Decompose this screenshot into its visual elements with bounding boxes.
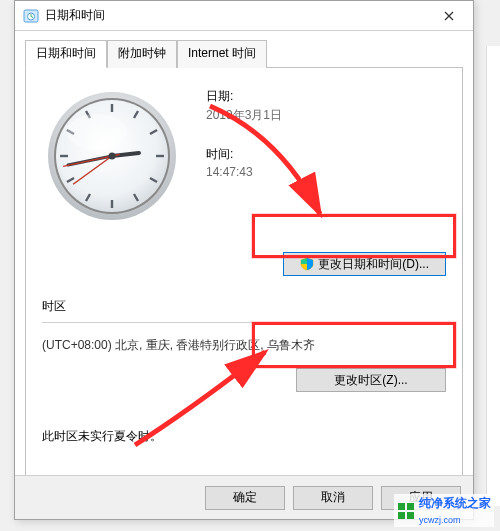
tab-date-time[interactable]: 日期和时间 <box>25 40 107 68</box>
watermark-icon <box>397 502 415 520</box>
dialog-title: 日期和时间 <box>45 7 429 24</box>
tab-internet-time[interactable]: Internet 时间 <box>177 40 267 68</box>
svg-rect-31 <box>407 512 414 519</box>
change-timezone-button[interactable]: 更改时区(Z)... <box>296 368 446 392</box>
close-button[interactable] <box>429 4 469 28</box>
cancel-button[interactable]: 取消 <box>293 486 373 510</box>
timezone-value: (UTC+08:00) 北京, 重庆, 香港特别行政区, 乌鲁木齐 <box>42 337 446 354</box>
tab-panel-date-time: 日期: 2019年3月1日 时间: 14:47:43 更改日期和时间(D)... <box>25 68 463 498</box>
change-date-time-label: 更改日期和时间(D)... <box>318 256 429 273</box>
svg-rect-30 <box>398 512 405 519</box>
svg-rect-29 <box>407 503 414 510</box>
tab-additional-clocks[interactable]: 附加时钟 <box>107 40 177 68</box>
ok-button[interactable]: 确定 <box>205 486 285 510</box>
titlebar: 日期和时间 <box>15 1 473 31</box>
svg-point-26 <box>109 153 116 160</box>
date-value: 2019年3月1日 <box>206 107 446 124</box>
date-time-info: 日期: 2019年3月1日 时间: 14:47:43 <box>182 86 446 226</box>
watermark-brand: 纯净系统之家 <box>419 496 491 510</box>
date-label: 日期: <box>206 88 446 105</box>
time-value: 14:47:43 <box>206 165 446 179</box>
divider <box>42 322 446 323</box>
svg-rect-28 <box>398 503 405 510</box>
change-date-time-button[interactable]: 更改日期和时间(D)... <box>283 252 446 276</box>
watermark-url: ycwzj.com <box>419 515 461 525</box>
dst-note: 此时区未实行夏令时。 <box>42 428 446 445</box>
svg-point-27 <box>67 114 127 150</box>
analog-clock <box>42 86 182 226</box>
shield-icon <box>300 257 314 271</box>
change-timezone-label: 更改时区(Z)... <box>334 372 407 389</box>
time-label: 时间: <box>206 146 446 163</box>
clock-icon <box>23 8 39 24</box>
date-time-dialog: 日期和时间 日期和时间 附加时钟 Internet 时间 <box>14 0 474 520</box>
tab-strip: 日期和时间 附加时钟 Internet 时间 <box>25 39 463 68</box>
timezone-section-label: 时区 <box>42 298 446 315</box>
background-window-fragment <box>486 46 500 506</box>
watermark: 纯净系统之家 ycwzj.com <box>394 494 494 527</box>
